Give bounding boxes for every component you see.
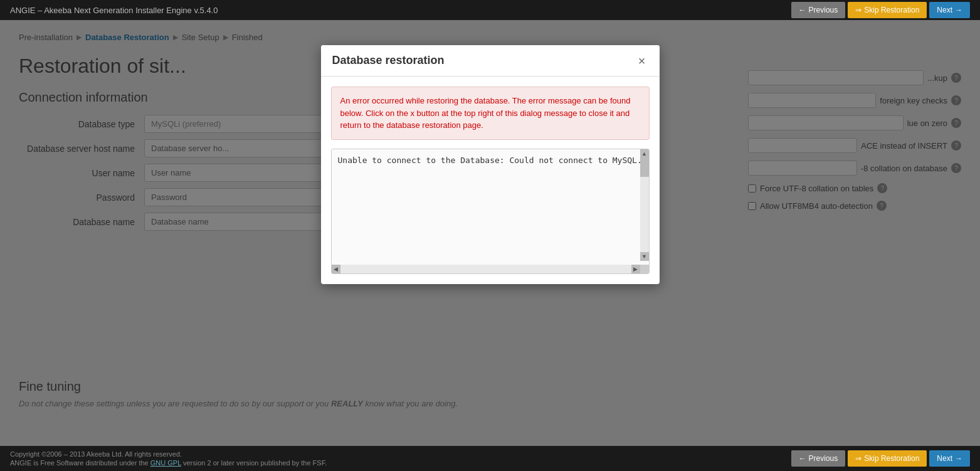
copyright-text: Copyright ©2006 – 2013 Akeeba Ltd. All r… [10, 450, 327, 458]
bottom-bar: Copyright ©2006 – 2013 Akeeba Ltd. All r… [0, 446, 980, 471]
top-bar-buttons: ← Previous ⇒ Skip Restoration Next → [791, 2, 970, 18]
scroll-thumb-v [640, 158, 649, 177]
error-detail-textarea[interactable] [332, 149, 649, 273]
gnu-text: ANGIE is Free Software distributed under… [10, 459, 327, 467]
modal-close-button[interactable]: × [636, 55, 648, 67]
vertical-scrollbar[interactable]: ▲ ▼ [640, 149, 649, 261]
modal-header: Database restoration × [321, 45, 660, 77]
error-detail-container: ▲ ▼ ◀ ▶ [331, 149, 650, 274]
scroll-track-v [640, 158, 649, 252]
arrow-left-icon: ← [799, 6, 806, 14]
skip-restoration-button-top[interactable]: ⇒ Skip Restoration [848, 2, 927, 18]
modal-body: An error occurred while restoring the da… [321, 77, 660, 284]
scroll-right-button[interactable]: ▶ [631, 265, 640, 273]
scroll-left-button[interactable]: ◀ [332, 265, 340, 273]
arrow-left-icon-bottom: ← [799, 454, 806, 463]
prev-button-bottom[interactable]: ← Previous [791, 450, 846, 467]
forward-icon-skip-top: ⇒ [855, 6, 861, 14]
forward-icon-skip-bottom: ⇒ [855, 454, 861, 463]
scroll-track-h [340, 265, 631, 273]
app-title: ANGIE – Akeeba Next Generation Installer… [10, 6, 218, 15]
next-button-top[interactable]: Next → [929, 2, 970, 18]
bottom-bar-left: Copyright ©2006 – 2013 Akeeba Ltd. All r… [10, 450, 327, 467]
arrow-right-icon-top: → [955, 6, 962, 14]
main-content: Pre-installation ▶ Database Restoration … [0, 20, 980, 446]
skip-restoration-button-bottom[interactable]: ⇒ Skip Restoration [848, 450, 927, 467]
scroll-down-button[interactable]: ▼ [640, 252, 649, 261]
prev-button-top[interactable]: ← Previous [791, 2, 846, 18]
modal-dialog: Database restoration × An error occurred… [321, 45, 660, 284]
modal-title: Database restoration [332, 54, 445, 67]
modal-backdrop: Database restoration × An error occurred… [0, 20, 980, 446]
next-button-bottom[interactable]: Next → [929, 450, 970, 467]
horizontal-scrollbar[interactable]: ◀ ▶ [332, 265, 640, 273]
scrollbar-corner [640, 265, 649, 273]
top-bar: ANGIE – Akeeba Next Generation Installer… [0, 0, 980, 20]
scroll-up-button[interactable]: ▲ [640, 149, 649, 158]
bottom-bar-buttons: ← Previous ⇒ Skip Restoration Next → [791, 450, 970, 467]
gnu-link[interactable]: GNU GPL [150, 459, 181, 467]
modal-error-message: An error occurred while restoring the da… [331, 87, 650, 140]
arrow-right-icon-bottom: → [955, 454, 962, 463]
